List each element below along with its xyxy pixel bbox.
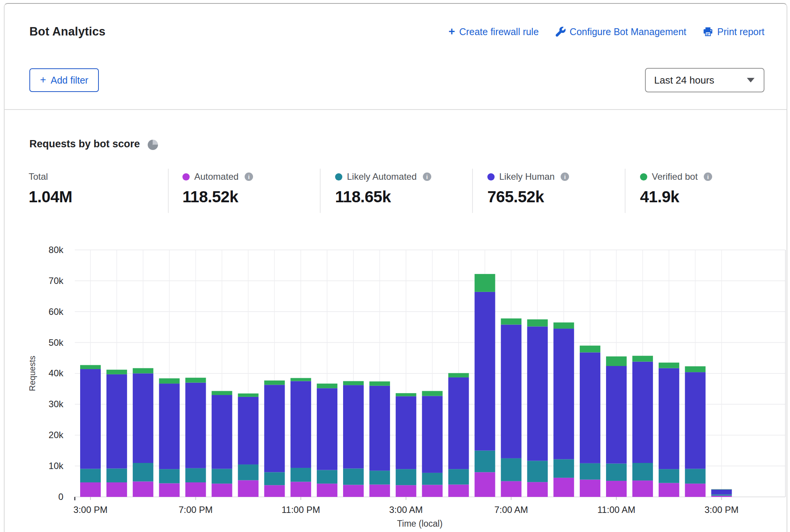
bar-segment[interactable]: [317, 470, 337, 484]
bar-segment[interactable]: [501, 325, 521, 458]
bar-segment[interactable]: [553, 329, 574, 459]
bar-segment[interactable]: [159, 483, 180, 497]
print-report-link[interactable]: Print report: [703, 26, 764, 37]
bar-segment[interactable]: [553, 459, 574, 478]
bar-segment[interactable]: [106, 482, 127, 497]
info-icon[interactable]: i: [423, 172, 431, 181]
bar-segment[interactable]: [212, 391, 232, 395]
bar-segment[interactable]: [475, 292, 495, 451]
bar-segment[interactable]: [159, 469, 180, 483]
bar-segment[interactable]: [422, 473, 443, 485]
bar-segment[interactable]: [606, 481, 627, 497]
bar-segment[interactable]: [685, 366, 706, 372]
bar-segment[interactable]: [159, 384, 180, 469]
bar-segment[interactable]: [396, 485, 416, 497]
bar-segment[interactable]: [711, 490, 732, 495]
bar-segment[interactable]: [159, 378, 180, 384]
bar-segment[interactable]: [396, 393, 416, 396]
bar-segment[interactable]: [711, 495, 732, 496]
bar-segment[interactable]: [527, 482, 548, 497]
bar-segment[interactable]: [659, 469, 679, 483]
bar-segment[interactable]: [632, 362, 653, 463]
bar-segment[interactable]: [475, 451, 495, 472]
bar-segment[interactable]: [448, 469, 469, 484]
bar-segment[interactable]: [369, 381, 390, 385]
bar-segment[interactable]: [238, 464, 258, 480]
bar-segment[interactable]: [343, 469, 364, 485]
bar-segment[interactable]: [448, 373, 469, 377]
configure-bot-management-link[interactable]: Configure Bot Management: [556, 26, 687, 37]
bar-segment[interactable]: [106, 469, 127, 482]
bar-segment[interactable]: [185, 378, 206, 383]
bar-segment[interactable]: [106, 374, 127, 469]
bar-segment[interactable]: [212, 469, 232, 484]
stat-verified-bot[interactable]: Verified bot i 41.9k: [640, 171, 712, 206]
bar-segment[interactable]: [185, 383, 206, 468]
bar-segment[interactable]: [396, 396, 416, 469]
bar-segment[interactable]: [659, 483, 679, 497]
bar-segment[interactable]: [290, 378, 311, 381]
bar-segment[interactable]: [343, 385, 364, 468]
bar-segment[interactable]: [580, 352, 600, 463]
bar-segment[interactable]: [632, 463, 653, 480]
bar-segment[interactable]: [238, 480, 258, 497]
bar-segment[interactable]: [185, 468, 206, 482]
bar-segment[interactable]: [527, 319, 548, 327]
bar-segment[interactable]: [290, 482, 311, 497]
stat-likely-human[interactable]: Likely Human i 765.52k: [487, 171, 569, 206]
bar-segment[interactable]: [317, 388, 337, 470]
bar-segment[interactable]: [238, 397, 258, 464]
bar-segment[interactable]: [133, 463, 153, 482]
bar-segment[interactable]: [264, 472, 285, 485]
bar-segment[interactable]: [422, 485, 443, 497]
bar-segment[interactable]: [343, 485, 364, 497]
bar-segment[interactable]: [580, 346, 600, 353]
bar-segment[interactable]: [80, 482, 101, 497]
bar-segment[interactable]: [212, 395, 232, 469]
bar-segment[interactable]: [580, 480, 600, 497]
create-firewall-rule-link[interactable]: + Create firewall rule: [448, 26, 538, 37]
bar-segment[interactable]: [632, 356, 653, 361]
bar-segment[interactable]: [80, 369, 101, 469]
add-filter-button[interactable]: + Add filter: [29, 68, 99, 92]
bar-segment[interactable]: [448, 485, 469, 497]
bar-segment[interactable]: [369, 485, 390, 497]
bar-segment[interactable]: [606, 464, 627, 481]
bar-segment[interactable]: [711, 489, 732, 490]
bar-segment[interactable]: [659, 368, 679, 469]
bar-segment[interactable]: [553, 322, 574, 329]
bar-segment[interactable]: [606, 366, 627, 464]
bar-segment[interactable]: [317, 384, 337, 388]
info-icon[interactable]: i: [704, 172, 712, 181]
bar-segment[interactable]: [527, 326, 548, 461]
bar-segment[interactable]: [580, 463, 600, 480]
stat-automated[interactable]: Automated i 118.52k: [182, 171, 253, 206]
bar-segment[interactable]: [264, 380, 285, 385]
bar-segment[interactable]: [80, 469, 101, 482]
bar-segment[interactable]: [501, 481, 521, 497]
bar-segment[interactable]: [264, 485, 285, 497]
stat-likely-automated[interactable]: Likely Automated i 118.65k: [335, 171, 431, 206]
bar-segment[interactable]: [685, 372, 706, 469]
bar-segment[interactable]: [317, 484, 337, 497]
info-icon[interactable]: i: [245, 172, 253, 181]
bar-segment[interactable]: [685, 484, 706, 497]
bar-segment[interactable]: [133, 482, 153, 497]
bar-segment[interactable]: [212, 484, 232, 497]
bar-segment[interactable]: [553, 478, 574, 497]
bar-segment[interactable]: [290, 468, 311, 482]
bar-segment[interactable]: [133, 373, 153, 463]
bar-segment[interactable]: [343, 381, 364, 385]
bar-segment[interactable]: [422, 396, 443, 472]
bar-segment[interactable]: [448, 377, 469, 469]
bar-segment[interactable]: [475, 274, 495, 292]
bar-segment[interactable]: [238, 393, 258, 397]
bar-segment[interactable]: [369, 386, 390, 471]
bar-segment[interactable]: [106, 370, 127, 374]
bar-segment[interactable]: [659, 363, 679, 368]
bar-segment[interactable]: [475, 472, 495, 497]
bar-segment[interactable]: [80, 365, 101, 369]
bar-segment[interactable]: [133, 368, 153, 374]
bar-segment[interactable]: [501, 318, 521, 324]
bar-segment[interactable]: [396, 469, 416, 485]
